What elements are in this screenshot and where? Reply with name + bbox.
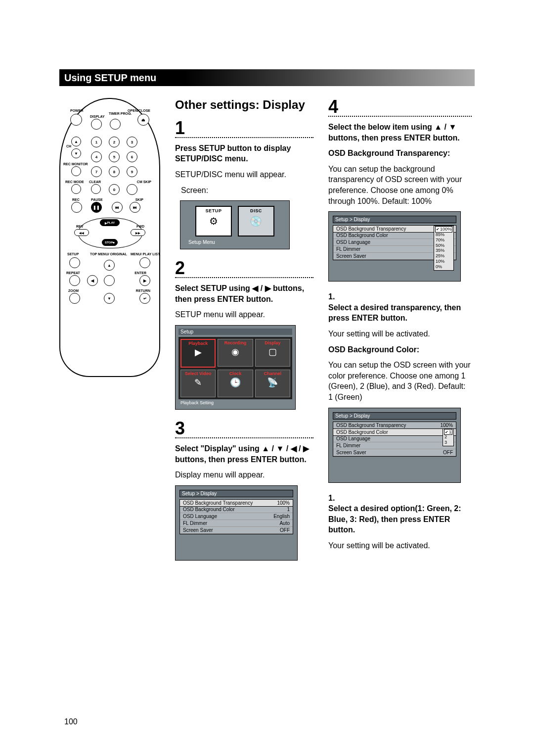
grid-display: Display▢ xyxy=(255,339,290,367)
rev-button[interactable]: ◀◀ xyxy=(74,229,89,236)
skip-prev[interactable]: ⏮ xyxy=(112,202,123,213)
sub1-text: Your setting will be activated. xyxy=(328,329,472,339)
recmode-button[interactable] xyxy=(71,184,81,194)
num-3[interactable]: 3 xyxy=(127,137,137,147)
page-number: 100 xyxy=(64,717,78,726)
nav-down[interactable]: ▼ xyxy=(104,293,115,304)
ch-up[interactable]: ▲ xyxy=(71,137,81,146)
label-recmon: REC MONITOR xyxy=(63,162,83,166)
dotline2 xyxy=(175,277,313,278)
sub2-num: 1. xyxy=(328,493,472,504)
label-rev: REV xyxy=(76,225,83,228)
crumb-c: Setup > Display xyxy=(333,412,456,420)
skip-next[interactable]: ⏭ xyxy=(130,202,140,213)
osd-setup-disc: SETUP ⚙ DISC 💿 Setup Menu xyxy=(180,200,290,249)
zoom-button[interactable] xyxy=(69,293,80,304)
label-pause: PAUSE xyxy=(91,198,103,201)
label-enter: ENTER xyxy=(134,271,146,275)
grid-crumb: Setup xyxy=(178,329,292,335)
column-b: 4 Select the below item using ▲ / ▼ butt… xyxy=(328,98,472,570)
nav-right[interactable]: ▶ xyxy=(139,275,150,286)
nav-up[interactable]: ▲ xyxy=(104,260,115,271)
num-8[interactable]: 8 xyxy=(109,166,120,177)
menu-button[interactable] xyxy=(139,257,150,268)
label-topmenu: TOP MENU/ ORIGINAL xyxy=(90,252,115,256)
tile-disc: DISC 💿 xyxy=(238,206,274,236)
pause-button[interactable]: ❚❚ xyxy=(91,202,102,213)
grid-playback: Playback▶ xyxy=(180,339,216,368)
label-timer: TIMER PROG. xyxy=(109,112,124,115)
recmon-button[interactable] xyxy=(71,166,81,176)
num-9[interactable]: 9 xyxy=(127,166,137,177)
osd-transparency: Setup > Display OSD Background Transpare… xyxy=(328,211,461,282)
repeat-button[interactable] xyxy=(69,275,80,286)
cmskip-button[interactable] xyxy=(127,184,137,195)
transparency-popup: 100% 85% 70% 50% 35% 25% 10% 0% xyxy=(434,226,454,270)
color-head: OSD Background Color: xyxy=(328,344,472,355)
crumb: Setup > Display xyxy=(179,490,293,497)
label-skip: SKIP xyxy=(135,198,143,201)
grid-channel: Channel📡 xyxy=(255,370,290,397)
grid-recording: Recording◉ xyxy=(218,339,253,367)
stop-button[interactable]: STOP ■ xyxy=(102,239,118,246)
display-button[interactable] xyxy=(91,119,102,130)
remote-column: POWER OPEN/CLOSE DISPLAY TIMER PROG. ⏏ C… xyxy=(59,98,160,570)
setup-button[interactable] xyxy=(69,257,80,268)
openclose-button[interactable]: ⏏ xyxy=(137,114,149,126)
sub2-text: Your setting will be activated. xyxy=(328,540,472,551)
osd-setup-grid: Setup Playback▶ Recording◉ Display▢ Sele… xyxy=(175,325,296,410)
step-4-number: 4 xyxy=(328,98,472,116)
num-2[interactable]: 2 xyxy=(109,137,120,147)
osd-display-menu: Setup > Display OSD Background Transpare… xyxy=(175,485,298,561)
grid-footer: Playback Setting xyxy=(178,399,292,406)
screen-label: Screen: xyxy=(181,185,313,196)
return-button[interactable]: ↵ xyxy=(139,293,150,304)
grid-selectvideo: Select Video✎ xyxy=(180,370,216,397)
grid-clock: Clock🕒 xyxy=(218,370,253,397)
label-rec: REC xyxy=(72,198,80,201)
osd-color: Setup > Display OSD Background Transpare… xyxy=(328,408,461,483)
color-text: You can setup the OSD screen with your c… xyxy=(328,360,472,402)
step-3-head: Select "Display" using ▲ / ▼ / ◀ / ▶ but… xyxy=(175,443,313,465)
enter-button[interactable] xyxy=(104,275,115,286)
label-fwd: FWD xyxy=(136,225,144,228)
step-2-head: Select SETUP using ◀ / ▶ buttons, then p… xyxy=(175,283,313,304)
num-1[interactable]: 1 xyxy=(91,137,102,147)
header-bar: Using SETUP menu xyxy=(59,69,475,86)
label-menu: MENU/ PLAY LIST xyxy=(131,252,152,256)
label-display: DISPLAY xyxy=(90,115,105,118)
step-1-number: 1 xyxy=(175,119,313,137)
num-0[interactable]: 0 xyxy=(109,184,120,195)
label-ch: CH xyxy=(66,144,71,148)
num-7[interactable]: 7 xyxy=(91,166,102,177)
num-5[interactable]: 5 xyxy=(109,151,120,162)
trans-text: You can setup the background transparenc… xyxy=(328,164,472,206)
clear-button[interactable] xyxy=(91,184,101,194)
crumb-t: Setup > Display xyxy=(333,216,456,223)
trans-head: OSD Background Transparency: xyxy=(328,148,472,159)
sub2-head: Select a desired option(1: Green, 2: Blu… xyxy=(328,503,472,535)
timer-button[interactable] xyxy=(110,119,121,130)
label-repeat: REPEAT xyxy=(66,271,80,275)
dotline4 xyxy=(328,116,472,117)
color-popup: 1 2 3 xyxy=(443,428,454,446)
step-1-head: Press SETUP button to display SETUP/DISC… xyxy=(175,143,313,164)
step-3-number: 3 xyxy=(175,420,313,437)
label-clear: CLEAR xyxy=(89,180,101,184)
label-power: POWER xyxy=(70,109,83,112)
label-setup: SETUP xyxy=(67,252,79,256)
power-button[interactable] xyxy=(70,114,82,126)
num-6[interactable]: 6 xyxy=(127,151,137,162)
step-2-text: SETUP menu will appear. xyxy=(175,309,313,320)
ch-down[interactable]: ▼ xyxy=(71,148,81,158)
tile-setup: SETUP ⚙ xyxy=(195,206,232,236)
tile-caption: Setup Menu xyxy=(185,239,284,245)
num-4[interactable]: 4 xyxy=(91,151,102,162)
rec-button[interactable] xyxy=(71,202,82,213)
fwd-button[interactable]: ▶▶ xyxy=(131,229,145,236)
nav-left[interactable]: ◀ xyxy=(87,275,98,286)
label-zoom: ZOOM xyxy=(68,289,79,292)
step-3-text: Display menu will appear. xyxy=(175,470,313,480)
play-button[interactable]: ▶ PLAY xyxy=(100,219,120,226)
step-2-number: 2 xyxy=(175,259,313,277)
